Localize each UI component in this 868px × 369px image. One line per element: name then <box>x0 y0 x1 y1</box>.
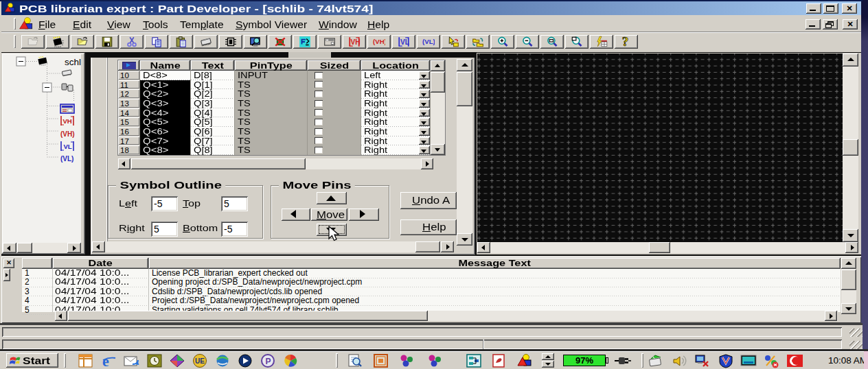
svg-text:P: P <box>266 357 271 366</box>
svg-text:UE: UE <box>195 357 205 365</box>
svg-text:(VL): (VL) <box>60 155 73 163</box>
svg-text:e: e <box>102 353 109 368</box>
svg-text:VH: VH <box>62 117 71 125</box>
svg-text:(VH): (VH) <box>60 130 75 138</box>
svg-text:schlib: schlib <box>65 57 81 67</box>
svg-text:VL: VL <box>63 143 71 150</box>
